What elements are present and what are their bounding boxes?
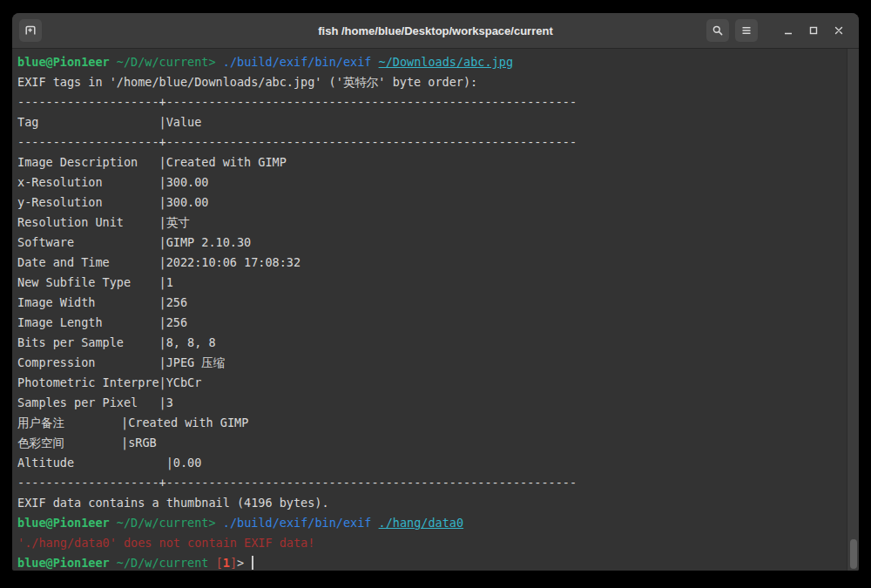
- terminal-line: --------------------+-------------------…: [17, 92, 847, 112]
- terminal-text-arg: ./hang/data0: [379, 516, 464, 530]
- terminal-text-text: Photometric Interpre|YCbCr: [17, 375, 201, 389]
- terminal-line: Resolution Unit |英寸: [17, 213, 847, 233]
- terminal-line: y-Resolution |300.00: [17, 193, 847, 213]
- terminal-text-text: y-Resolution |300.00: [17, 195, 208, 209]
- terminal-line: Date and Time |2022:10:06 17:08:32: [17, 253, 847, 273]
- terminal-text-text: [110, 516, 117, 530]
- terminal-line: New Subfile Type |1: [17, 273, 847, 293]
- terminal-text-path: ~/D/w/current: [117, 556, 209, 570]
- terminal-text-text: Samples per Pixel |3: [17, 395, 173, 409]
- text-cursor: [252, 556, 253, 570]
- terminal-line: --------------------+-------------------…: [17, 132, 847, 152]
- terminal-text-user: blue@Pion1eer: [17, 55, 110, 69]
- terminal-text-text: Image Width |256: [17, 295, 187, 309]
- terminal-text-cmd: ./build/exif/bin/exif: [223, 516, 372, 530]
- terminal-text-user: blue@Pion1eer: [17, 516, 110, 530]
- terminal-text-text: Software |GIMP 2.10.30: [17, 235, 251, 249]
- terminal-text-text: EXIF tags in '/home/blue/Downloads/abc.j…: [17, 75, 477, 89]
- terminal-line: EXIF data contains a thumbnail (4196 byt…: [17, 493, 847, 513]
- terminal-text-arg: ~/Downloads/abc.jpg: [379, 55, 513, 69]
- terminal-text-text: Resolution Unit |英寸: [17, 215, 190, 229]
- terminal-text-text: Date and Time |2022:10:06 17:08:32: [17, 255, 300, 269]
- terminal-line: Software |GIMP 2.10.30: [17, 233, 847, 253]
- terminal-text-text: --------------------+-------------------…: [17, 135, 577, 149]
- terminal-line: Image Length |256: [17, 313, 847, 333]
- terminal-text-text: --------------------+-------------------…: [17, 476, 577, 490]
- terminal-line: 用户备注 |Created with GIMP: [17, 413, 847, 433]
- terminal-line: 色彩空间 |sRGB: [17, 433, 847, 453]
- terminal-screen[interactable]: blue@Pion1eer ~/D/w/current> ./build/exi…: [12, 49, 847, 571]
- terminal-line: Image Width |256: [17, 293, 847, 313]
- terminal-text-text: --------------------+-------------------…: [17, 95, 577, 109]
- titlebar-controls: [706, 13, 848, 48]
- maximize-icon: [808, 25, 819, 36]
- minimize-button[interactable]: [779, 21, 798, 40]
- window-title: fish /home/blue/Desktop/workspace/curren…: [318, 24, 552, 37]
- terminal-window: fish /home/blue/Desktop/workspace/curren…: [12, 13, 859, 571]
- terminal-line: Image Description |Created with GIMP: [17, 152, 847, 172]
- titlebar: fish /home/blue/Desktop/workspace/curren…: [12, 13, 859, 49]
- terminal-text-text: [371, 55, 378, 69]
- terminal-text-text: [110, 556, 117, 570]
- terminal-line: Samples per Pixel |3: [17, 393, 847, 413]
- terminal-text-text: Altitude |0.00: [17, 456, 201, 470]
- terminal-text-cmd: ./build/exif/bin/exif: [223, 55, 372, 69]
- terminal-text-brk: [: [216, 556, 223, 570]
- new-tab-button[interactable]: [19, 19, 42, 42]
- search-button[interactable]: [706, 19, 729, 42]
- terminal-line: x-Resolution |300.00: [17, 172, 847, 193]
- scrollbar-thumb[interactable]: [850, 539, 857, 569]
- menu-button[interactable]: [735, 19, 758, 42]
- terminal-line: Compression |JPEG 压缩: [17, 353, 847, 373]
- terminal-text-path: ~/D/w/current>: [117, 516, 216, 530]
- terminal-text-text: [208, 556, 215, 570]
- terminal-text-text: [216, 55, 223, 69]
- terminal-line: EXIF tags in '/home/blue/Downloads/abc.j…: [17, 72, 847, 92]
- terminal-text-text: 色彩空间 |sRGB: [17, 436, 157, 449]
- maximize-button[interactable]: [804, 21, 823, 40]
- terminal-text-text: EXIF data contains a thumbnail (4196 byt…: [17, 496, 329, 510]
- terminal-text-text: New Subfile Type |1: [17, 275, 173, 289]
- terminal-line: Altitude |0.00: [17, 453, 847, 473]
- terminal-text-err: './hang/data0' does not contain EXIF dat…: [17, 536, 314, 550]
- terminal-text-text: [371, 516, 378, 530]
- terminal-text-text: 用户备注 |Created with GIMP: [17, 416, 248, 429]
- terminal-text-st1: 1: [223, 556, 230, 570]
- terminal-text-text: Image Description |Created with GIMP: [17, 155, 287, 169]
- new-tab-icon: [24, 24, 37, 37]
- scrollbar: [847, 49, 859, 571]
- terminal-line: Tag |Value: [17, 112, 847, 132]
- terminal-line: --------------------+-------------------…: [17, 473, 847, 493]
- terminal-text-path: ~/D/w/current>: [117, 55, 216, 69]
- minimize-icon: [783, 25, 793, 36]
- close-button[interactable]: [829, 21, 848, 40]
- terminal-text-text: Image Length |256: [17, 315, 187, 329]
- terminal-text-text: Compression |JPEG 压缩: [17, 355, 225, 369]
- terminal-line: './hang/data0' does not contain EXIF dat…: [17, 533, 847, 553]
- terminal-text-text: [216, 516, 223, 530]
- terminal-text-text: [110, 55, 117, 69]
- terminal-text-user: blue@Pion1eer: [17, 556, 110, 570]
- terminal-line: Photometric Interpre|YCbCr: [17, 373, 847, 393]
- terminal-line: blue@Pion1eer ~/D/w/current> ./build/exi…: [17, 513, 847, 533]
- hamburger-menu-icon: [739, 24, 753, 37]
- terminal-text-text: >: [237, 556, 251, 570]
- search-icon: [711, 24, 725, 37]
- close-icon: [834, 25, 844, 36]
- terminal-line: Bits per Sample |8, 8, 8: [17, 333, 847, 353]
- terminal-text-text: Tag |Value: [17, 115, 201, 129]
- terminal-text-text: x-Resolution |300.00: [17, 175, 208, 189]
- terminal-text-text: Bits per Sample |8, 8, 8: [17, 335, 216, 349]
- terminal-text-brk: ]: [230, 556, 237, 570]
- terminal-line: blue@Pion1eer ~/D/w/current [1]>: [17, 553, 847, 571]
- terminal-line: blue@Pion1eer ~/D/w/current> ./build/exi…: [17, 52, 847, 72]
